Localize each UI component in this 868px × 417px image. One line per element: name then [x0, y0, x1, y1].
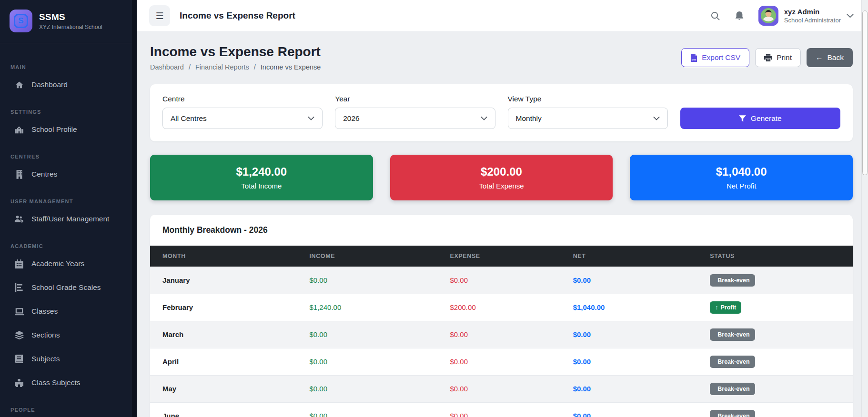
school-icon [14, 125, 24, 134]
file-csv-icon: csv [690, 54, 697, 62]
status-badge: Break-even [710, 356, 755, 368]
net-profit-value: $1,040.00 [716, 165, 767, 179]
building-icon [14, 169, 24, 179]
app-window: S SSMS XYZ International School MAIN Das… [0, 0, 868, 417]
breadcrumb: Dashboard / Financial Reports / Income v… [150, 63, 321, 71]
sidebar-item-dashboard[interactable]: Dashboard [0, 73, 137, 97]
column-status: STATUS [705, 246, 853, 267]
total-expense-label: Total Expense [479, 182, 524, 190]
sidebar-item-class-subjects[interactable]: Class Subjects [0, 371, 137, 395]
nav-section-academic: ACADEMIC [0, 243, 137, 249]
sidebar-scroll-track[interactable] [132, 0, 137, 417]
search-icon [710, 11, 720, 21]
user-name: xyz Admin [784, 8, 841, 16]
sidebar-item-school-profile[interactable]: School Profile [0, 118, 137, 141]
scrollbar-thumb[interactable] [862, 10, 868, 175]
net-profit-card: $1,040.00 Net Profit [630, 155, 853, 200]
hamburger-icon: ☰ [155, 10, 163, 21]
brand-name: SSMS [39, 12, 102, 22]
nav-section-people: PEOPLE [0, 407, 137, 413]
centre-select[interactable]: All Centres [162, 108, 323, 129]
sidebar-nav: MAIN Dashboard SETTINGS School Profile C… [0, 43, 137, 413]
svg-text:csv: csv [692, 58, 696, 60]
topbar: ☰ Income vs Expense Report xyz Admin Sch… [137, 0, 868, 32]
sidebar-item-classes[interactable]: Classes [0, 299, 137, 323]
sidebar-item-subjects[interactable]: Subjects [0, 347, 137, 371]
column-month: MONTH [150, 246, 305, 267]
sidebar: S SSMS XYZ International School MAIN Das… [0, 0, 137, 417]
breadcrumb-current: Income vs Expense [261, 63, 321, 71]
export-csv-button[interactable]: csv Export CSV [681, 48, 749, 67]
year-label: Year [335, 95, 495, 103]
arrow-up-icon: ↑ [715, 304, 718, 311]
topbar-title: Income vs Expense Report [180, 10, 295, 21]
table-row-january: January $0.00 $0.00 $0.00 Break-even [150, 267, 853, 294]
nav-section-centres: CENTRES [0, 154, 137, 159]
sidebar-item-staff-user-management[interactable]: Staff/User Management [0, 207, 137, 231]
page-header: Income vs Expense Report Dashboard / Fin… [150, 44, 853, 71]
total-income-label: Total Income [241, 182, 282, 190]
printer-icon [764, 54, 772, 61]
brand: S SSMS XYZ International School [0, 0, 137, 43]
total-expense-card: $200.00 Total Expense [390, 155, 613, 200]
net-profit-label: Net Profit [727, 182, 757, 190]
column-income: INCOME [305, 246, 445, 267]
status-badge: Break-even [710, 328, 755, 341]
view-type-label: View Type [508, 95, 668, 103]
book-icon [14, 354, 24, 364]
page-scrollbar[interactable] [861, 0, 868, 417]
notifications-button[interactable] [735, 11, 744, 21]
page-title: Income vs Expense Report [150, 44, 321, 60]
monthly-breakdown-card: Monthly Breakdown - 2026 MONTH INCOME EX… [150, 215, 853, 417]
status-badge: ↑Profit [710, 301, 741, 314]
brand-subtitle: XYZ International School [39, 24, 102, 30]
back-button[interactable]: ← Back [807, 48, 853, 67]
filter-funnel-icon [739, 115, 746, 122]
breadcrumb-dashboard[interactable]: Dashboard [150, 63, 184, 71]
main-area: ☰ Income vs Expense Report xyz Admin Sch… [137, 0, 868, 417]
layers-icon [14, 330, 24, 340]
arrow-left-icon: ← [816, 53, 823, 62]
table-row-february: February $1,240.00 $200.00 $1,040.00 ↑Pr… [150, 294, 853, 321]
nav-section-user-management: USER MANAGEMENT [0, 199, 137, 204]
search-button[interactable] [710, 11, 720, 21]
filter-card: Centre All Centres Year 2026 View Type [150, 84, 853, 141]
sidebar-item-sections[interactable]: Sections [0, 323, 137, 347]
breadcrumb-separator: / [189, 63, 191, 71]
view-type-select[interactable]: Monthly [508, 108, 668, 129]
status-badge: Break-even [710, 274, 755, 287]
page-content: Income vs Expense Report Dashboard / Fin… [137, 32, 868, 417]
status-badge: Break-even [710, 383, 755, 395]
column-net: NET [568, 246, 706, 267]
user-menu[interactable]: xyz Admin School Administrator [758, 6, 854, 26]
chevron-down-icon [653, 116, 660, 120]
chevron-down-icon [481, 116, 487, 120]
status-badge: Break-even [710, 410, 755, 417]
teacher-icon [14, 378, 24, 387]
app-logo-icon: S [10, 10, 32, 32]
chevron-down-icon [308, 116, 314, 120]
screen-icon [14, 307, 24, 316]
year-select[interactable]: 2026 [335, 108, 495, 129]
table-row-may: May $0.00 $0.00 $0.00 Break-even [150, 375, 853, 402]
sidebar-toggle-button[interactable]: ☰ [149, 5, 170, 26]
calendar-icon [14, 259, 24, 268]
print-button[interactable]: Print [755, 48, 801, 67]
monthly-breakdown-table: MONTH INCOME EXPENSE NET STATUS January … [150, 246, 853, 417]
total-income-card: $1,240.00 Total Income [150, 155, 373, 200]
breadcrumb-financial-reports[interactable]: Financial Reports [195, 63, 249, 71]
column-expense: EXPENSE [445, 246, 568, 267]
summary-cards: $1,240.00 Total Income $200.00 Total Exp… [150, 155, 853, 200]
table-row-april: April $0.00 $0.00 $0.00 Break-even [150, 348, 853, 375]
chevron-down-icon [847, 13, 854, 18]
sidebar-item-academic-years[interactable]: Academic Years [0, 252, 137, 276]
sidebar-item-school-grade-scales[interactable]: School Grade Scales [0, 276, 137, 299]
table-title: Monthly Breakdown - 2026 [150, 215, 853, 246]
table-row-june: June $0.00 $0.00 $0.00 Break-even [150, 402, 853, 417]
total-expense-value: $200.00 [481, 165, 522, 179]
grade-chart-icon [14, 283, 24, 292]
bell-icon [735, 11, 744, 21]
generate-button[interactable]: Generate [680, 108, 840, 129]
sidebar-item-centres[interactable]: Centres [0, 162, 137, 186]
table-row-march: March $0.00 $0.00 $0.00 Break-even [150, 321, 853, 348]
